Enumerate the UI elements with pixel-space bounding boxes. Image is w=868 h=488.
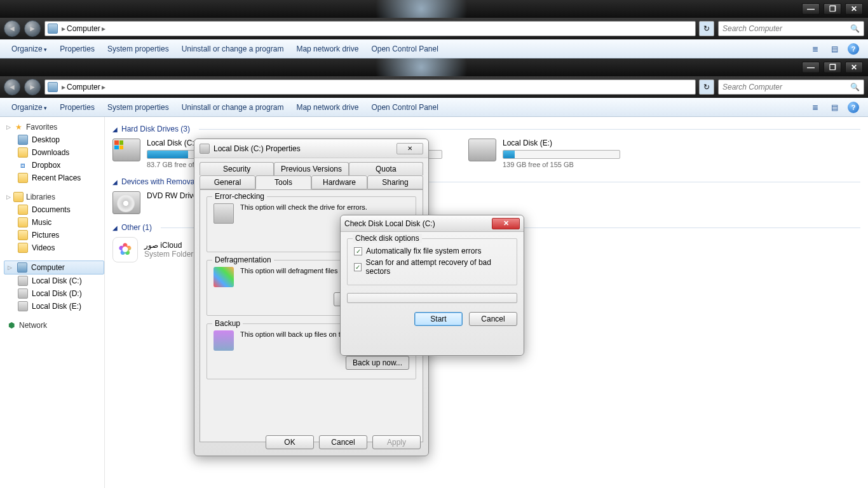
dialog-titlebar[interactable]: Local Disk (C:) Properties ✕ [194,139,428,158]
cancel-button[interactable]: Cancel [469,312,517,326]
section-label: Other (1) [121,223,152,232]
toolbar-system-properties[interactable]: System properties [101,103,175,112]
toolbar-map-drive[interactable]: Map network drive [290,103,365,112]
toolbar-uninstall[interactable]: Uninstall or change a program [175,44,290,53]
help-icon: ? [848,102,859,113]
toolbar-1: Organize Properties System properties Un… [0,39,868,58]
toolbar-control-panel[interactable]: Open Control Panel [365,44,444,53]
ok-button[interactable]: OK [266,435,314,449]
search-input[interactable] [722,24,850,33]
toolbar-uninstall[interactable]: Uninstall or change a program [175,103,290,112]
toolbar-control-panel[interactable]: Open Control Panel [365,103,444,112]
nav-forward-button[interactable]: ► [24,79,41,95]
sidebar-item-desktop[interactable]: Desktop [4,133,104,146]
dialog-close-button[interactable]: ✕ [492,218,520,229]
view-menu-icon[interactable]: ≣ [808,100,822,114]
close-button[interactable]: ✕ [845,62,863,73]
aero-art [370,0,498,18]
breadcrumb[interactable]: ▸ Computer ▸ [44,79,696,95]
search-input[interactable] [722,83,850,92]
dialog-close-button[interactable]: ✕ [397,143,423,154]
refresh-button[interactable]: ↻ [699,79,714,95]
breadcrumb-item[interactable]: Computer [67,83,100,92]
start-button[interactable]: Start [414,312,463,326]
music-icon [18,217,28,227]
sidebar-item-disk-d[interactable]: Local Disk (D:) [4,287,104,300]
toolbar-system-properties[interactable]: System properties [101,44,175,53]
drive-name: Local Disk (E:) [503,139,621,147]
nav-forward-button[interactable]: ► [24,20,41,37]
tab-quota[interactable]: Quota [349,162,423,175]
breadcrumb[interactable]: ▸ Computer ▸ [44,21,696,36]
view-menu-icon[interactable]: ≣ [808,42,822,56]
breadcrumb-item[interactable]: Computer [67,24,100,33]
drive-e[interactable]: Local Disk (E:) 139 GB free of 155 GB [468,139,621,168]
organize-menu[interactable]: Organize [5,44,53,53]
sidebar-item-label: Music [32,218,51,227]
sidebar-item-disk-c[interactable]: Local Disk (C:) [4,274,104,287]
nav-back-button[interactable]: ◄ [4,20,20,37]
close-button[interactable]: ✕ [845,3,863,15]
sidebar-item-documents[interactable]: Documents [4,203,104,216]
sidebar-item-label: Local Disk (D:) [32,289,82,298]
sidebar-item-pictures[interactable]: Pictures [4,229,104,241]
organize-menu[interactable]: Organize [5,103,53,112]
nav-back-button[interactable]: ◄ [4,79,20,95]
dialog-buttons: Start Cancel [347,312,517,326]
backup-button[interactable]: Back up now... [346,356,409,370]
search-box[interactable]: 🔍 [718,79,864,95]
tab-general[interactable]: General [200,175,255,189]
tab-tools[interactable]: Tools [255,175,311,189]
other-item-icloud[interactable]: صور iCloud System Folder [112,237,193,262]
tab-previous-versions[interactable]: Previous Versions [274,162,348,175]
maximize-button[interactable]: ❐ [824,3,841,15]
dialog-titlebar[interactable]: Check Disk Local Disk (C:) ✕ [341,215,524,232]
sidebar-item-music[interactable]: Music [4,216,104,229]
help-button[interactable]: ? [846,100,860,114]
sidebar-head-libraries[interactable]: ▷Libraries [4,191,104,203]
sidebar-head-network[interactable]: ⬢Network [4,319,104,332]
search-box[interactable]: 🔍 [718,21,864,36]
toolbar-properties[interactable]: Properties [53,44,101,53]
preview-pane-icon[interactable]: ▤ [827,100,841,114]
section-hdd[interactable]: ◢Hard Disk Drives (3) [112,125,860,133]
breadcrumb-sep-icon: ▸ [102,24,105,33]
tab-hardware[interactable]: Hardware [311,175,367,189]
refresh-icon: ↻ [703,83,710,92]
sidebar-item-label: Documents [32,205,71,214]
sidebar-head-favorites[interactable]: ▷★Favorites [4,121,104,133]
help-button[interactable]: ? [846,42,860,56]
progress-bar [347,293,517,303]
windows-logo-icon [114,140,123,149]
tab-sharing[interactable]: Sharing [367,175,423,189]
drive-bar-fill [147,151,188,158]
checkbox-fix-errors[interactable]: ✓ Automatically fix file system errors [354,247,510,255]
sidebar-item-computer[interactable]: ▷Computer [4,261,104,274]
toolbar-map-drive[interactable]: Map network drive [290,44,365,53]
refresh-button[interactable]: ↻ [699,21,714,36]
disk-icon [18,301,28,311]
computer-icon [48,82,58,92]
minimize-button[interactable]: — [802,62,820,73]
minimize-button[interactable]: — [802,3,820,15]
checkbox-scan-bad-sectors[interactable]: ✓ Scan for and attempt recovery of bad s… [354,258,510,276]
toolbar-properties[interactable]: Properties [53,103,101,112]
dropbox-icon: ⧈ [18,160,28,170]
preview-pane-icon[interactable]: ▤ [827,42,841,56]
apply-button[interactable]: Apply [372,435,421,449]
sidebar-item-dropbox[interactable]: ⧈Dropbox [4,159,104,172]
sidebar-libraries: ▷Libraries Documents Music Pictures Vide… [4,191,104,254]
dvd-icon [112,191,140,214]
collapse-icon: ◢ [112,126,118,133]
network-icon: ⬢ [6,320,17,330]
other-sub: System Folder [144,250,193,259]
sidebar-item-disk-e[interactable]: Local Disk (E:) [4,300,104,313]
sidebar-item-downloads[interactable]: Downloads [4,146,104,159]
cancel-button[interactable]: Cancel [319,435,367,449]
sidebar-item-recent[interactable]: Recent Places [4,172,104,184]
sidebar-item-videos[interactable]: Videos [4,241,104,254]
drive-free-text: 139 GB free of 155 GB [503,161,621,168]
maximize-button[interactable]: ❐ [824,62,841,73]
tab-security[interactable]: Security [200,162,274,175]
disk-icon [468,139,496,161]
